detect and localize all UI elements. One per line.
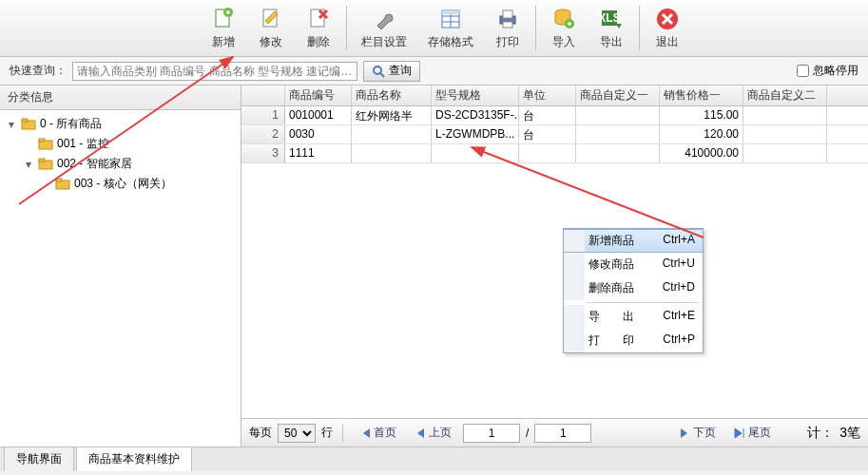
cell-price1[interactable]: 120.00 <box>660 125 743 143</box>
tree-label: 002 - 智能家居 <box>57 156 132 172</box>
col-header[interactable]: 商品自定义二 <box>743 86 827 105</box>
save-format-button[interactable]: 存储格式 <box>417 0 484 56</box>
next-page-button[interactable]: 下页 <box>672 423 722 443</box>
delete-button[interactable]: 删除 <box>295 0 342 56</box>
print-button[interactable]: 打印 <box>484 0 531 56</box>
prev-page-button[interactable]: 上页 <box>408 423 457 443</box>
cell-unit[interactable]: 台 <box>519 125 576 143</box>
cell-custom2[interactable] <box>743 144 827 162</box>
folder-icon <box>38 138 53 151</box>
delete-document-icon <box>305 6 332 32</box>
menu-item-add[interactable]: 新增商品Ctrl+A <box>564 229 703 253</box>
collapse-icon[interactable]: ▾ <box>23 158 34 171</box>
add-button[interactable]: 新增 <box>200 0 247 56</box>
col-header[interactable]: 销售价格一 <box>660 86 743 105</box>
column-settings-button[interactable]: 栏目设置 <box>351 0 417 56</box>
menu-item-edit[interactable]: 修改商品Ctrl+U <box>564 253 703 276</box>
save-format-label: 存储格式 <box>428 34 473 50</box>
per-page-label: 每页 <box>249 425 272 441</box>
total-value: 3笔 <box>839 425 860 442</box>
shortcut: Ctrl+A <box>663 233 695 249</box>
total-pages-display <box>534 424 591 443</box>
cell-code[interactable]: 0030 <box>285 125 352 143</box>
col-header[interactable]: 型号规格 <box>432 86 519 105</box>
first-icon <box>358 427 372 440</box>
exit-button[interactable]: 退出 <box>644 0 691 56</box>
cell-custom1[interactable] <box>576 144 660 162</box>
cell-spec[interactable] <box>432 144 519 162</box>
col-header[interactable]: 商品名称 <box>352 86 432 105</box>
tree-node[interactable]: 003 - 核心（网关） <box>40 174 235 194</box>
svg-rect-3 <box>227 10 229 14</box>
search-input[interactable] <box>72 62 357 81</box>
row-label: 行 <box>321 425 333 441</box>
bottom-tabs: 导航界面 商品基本资料维护 <box>0 446 868 471</box>
svg-rect-30 <box>56 179 62 181</box>
cell-unit[interactable]: 台 <box>519 106 576 124</box>
table-row[interactable]: 10010001红外网络半DS-2CD3135F-...台115.00 <box>241 106 868 125</box>
col-header[interactable]: 商品编号 <box>285 86 352 105</box>
excel-export-icon: XLS <box>598 6 625 32</box>
cell-custom2[interactable] <box>743 125 827 143</box>
column-settings-label: 栏目设置 <box>361 34 407 50</box>
next-icon <box>678 427 691 440</box>
tree-label: 0 - 所有商品 <box>40 116 102 132</box>
cell-custom2[interactable] <box>743 106 827 124</box>
print-label: 打印 <box>496 34 519 50</box>
menu-item-print[interactable]: 打 印Ctrl+P <box>564 329 703 352</box>
cell-price1[interactable]: 115.00 <box>660 106 743 124</box>
last-page-button[interactable]: 尾页 <box>727 423 777 443</box>
folder-icon <box>21 118 36 131</box>
collapse-icon[interactable]: ▾ <box>6 118 17 131</box>
tab-nav[interactable]: 导航界面 <box>4 446 74 471</box>
svg-text:XLS: XLS <box>599 11 621 25</box>
tree-node-root[interactable]: ▾ 0 - 所有商品 <box>6 114 235 134</box>
cell-custom1[interactable] <box>576 106 660 124</box>
cell-name[interactable] <box>352 125 432 143</box>
shortcut: Ctrl+E <box>663 309 695 325</box>
tab-product[interactable]: 商品基本资料维护 <box>76 446 192 471</box>
page-separator: / <box>526 427 529 440</box>
close-icon <box>654 6 681 32</box>
ignore-disabled-input[interactable] <box>797 65 809 77</box>
printer-icon <box>494 6 521 32</box>
per-page-select[interactable]: 50 <box>278 424 316 443</box>
menu-item-export[interactable]: 导 出Ctrl+E <box>564 305 703 329</box>
grid-body: 10010001红外网络半DS-2CD3135F-...台115.0020030… <box>241 106 868 418</box>
database-import-icon <box>550 6 577 32</box>
cell-name[interactable] <box>352 144 432 162</box>
import-label: 导入 <box>552 34 575 50</box>
menu-item-delete[interactable]: 删除商品Ctrl+D <box>564 276 703 300</box>
cell-code[interactable]: 0010001 <box>285 106 352 124</box>
svg-rect-10 <box>442 10 459 14</box>
row-header-cell <box>241 86 285 105</box>
edit-label: 修改 <box>260 34 282 50</box>
cell-spec[interactable]: DS-2CD3135F-... <box>432 106 519 124</box>
table-row[interactable]: 31111410000.00 <box>241 144 868 163</box>
cell-spec[interactable]: L-ZGWMDPB... <box>432 125 519 143</box>
first-page-button[interactable]: 首页 <box>353 423 402 443</box>
export-button[interactable]: XLS 导出 <box>588 0 635 56</box>
cell-price1[interactable]: 410000.00 <box>660 144 743 162</box>
current-page-input[interactable] <box>463 424 520 443</box>
tree-node[interactable]: ▾ 002 - 智能家居 <box>23 154 235 174</box>
category-tree: ▾ 0 - 所有商品 001 - 监控 ▾ 002 - 智能家居 <box>0 110 241 446</box>
row-number: 3 <box>241 144 285 162</box>
import-button[interactable]: 导入 <box>540 0 588 56</box>
table-row[interactable]: 20030L-ZGWMDPB...台120.00 <box>241 125 868 144</box>
row-number: 2 <box>241 125 285 143</box>
col-header[interactable]: 单位 <box>519 86 576 105</box>
edit-button[interactable]: 修改 <box>247 0 295 56</box>
cell-name[interactable]: 红外网络半 <box>352 106 432 124</box>
cell-unit[interactable] <box>519 144 576 162</box>
tree-node[interactable]: 001 - 监控 <box>23 134 235 154</box>
shortcut: Ctrl+D <box>663 280 695 296</box>
search-button[interactable]: 查询 <box>363 61 420 82</box>
cell-code[interactable]: 1111 <box>285 144 352 162</box>
last-icon <box>733 427 746 440</box>
cell-custom1[interactable] <box>576 125 660 143</box>
add-label: 新增 <box>212 34 235 50</box>
col-header[interactable]: 商品自定义一 <box>576 86 660 105</box>
svg-line-22 <box>380 73 384 77</box>
ignore-disabled-checkbox[interactable]: 忽略停用 <box>797 63 858 79</box>
